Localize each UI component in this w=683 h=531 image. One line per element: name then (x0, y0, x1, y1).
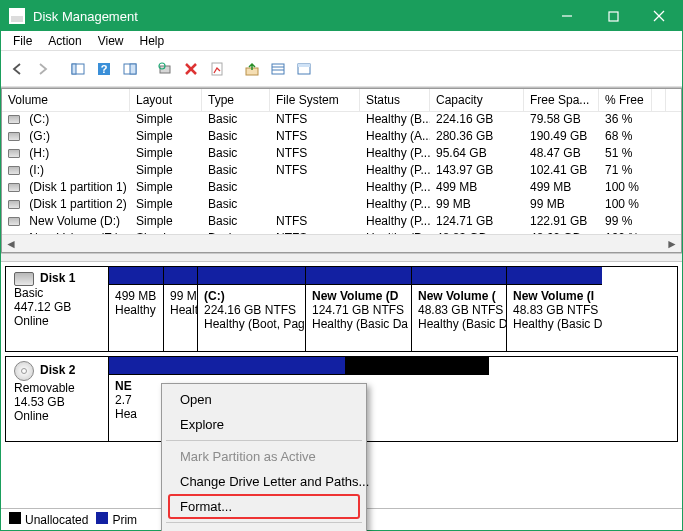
volume-icon (8, 132, 20, 141)
ctx-mark-active: Mark Partition as Active (162, 444, 366, 469)
partition-cap (507, 267, 602, 285)
settings-view-button[interactable] (118, 57, 142, 81)
disk1-partition[interactable]: New Volume (48.83 GB NTFSHealthy (Basic … (412, 267, 507, 351)
disk1-partition[interactable]: New Volume (D124.71 GB NTFSHealthy (Basi… (306, 267, 412, 351)
disk2-status: Online (14, 409, 100, 423)
volume-row[interactable]: (H:)SimpleBasicNTFSHealthy (P...95.64 GB… (2, 146, 681, 163)
partition-name: New Volume (I (513, 289, 596, 303)
volume-icon (8, 166, 20, 175)
disk-row-disk1: Disk 1 Basic 447.12 GB Online 499 MBHeal… (5, 266, 678, 352)
col-pctfree[interactable]: % Free (599, 89, 652, 111)
col-type[interactable]: Type (202, 89, 270, 111)
volume-icon (8, 217, 20, 226)
partition-detail: Healthy (115, 303, 157, 317)
titlebar[interactable]: Disk Management (1, 1, 682, 31)
partition-size: 48.83 GB NTFS (513, 303, 596, 317)
help-button[interactable]: ? (92, 57, 116, 81)
pane-splitter[interactable] (1, 253, 682, 262)
menu-view[interactable]: View (90, 34, 132, 48)
partition-cap (109, 267, 163, 285)
disk1-partitions: 499 MBHealthy99 MHealt(C:)224.16 GB NTFS… (109, 267, 677, 351)
show-hide-tree-button[interactable] (66, 57, 90, 81)
partition-detail: Healthy (Basic D (418, 317, 500, 331)
toolbar-separator (234, 58, 237, 80)
col-spacer (652, 89, 666, 111)
partition-size: 99 M (170, 289, 191, 303)
disk1-name: Disk 1 (40, 271, 75, 285)
minimize-button[interactable] (544, 1, 590, 31)
partition-size: 48.83 GB NTFS (418, 303, 500, 317)
menu-help[interactable]: Help (132, 34, 173, 48)
volume-row[interactable]: New Volume (D:)SimpleBasicNTFSHealthy (P… (2, 214, 681, 231)
maximize-button[interactable] (590, 1, 636, 31)
col-free[interactable]: Free Spa... (524, 89, 599, 111)
disk1-type: Basic (14, 286, 100, 300)
volume-row[interactable]: (I:)SimpleBasicNTFSHealthy (P...143.97 G… (2, 163, 681, 180)
partition-detail: Healthy (Boot, Pag (204, 317, 299, 331)
disk1-size: 447.12 GB (14, 300, 100, 314)
disk1-info[interactable]: Disk 1 Basic 447.12 GB Online (6, 267, 109, 351)
partition-size: 224.16 GB NTFS (204, 303, 299, 317)
ctx-change-letter[interactable]: Change Drive Letter and Paths... (162, 469, 366, 494)
ctx-format-highlight: Format... (168, 494, 360, 519)
partition-detail: Healthy (Basic Da (312, 317, 405, 331)
ctx-open[interactable]: Open (162, 387, 366, 412)
legend-unallocated: Unallocated (9, 512, 88, 527)
forward-button[interactable] (31, 57, 55, 81)
menu-action[interactable]: Action (40, 34, 89, 48)
svg-rect-20 (298, 64, 310, 67)
ctx-explore[interactable]: Explore (162, 412, 366, 437)
partition-detail: Hea (115, 407, 148, 421)
partition-size: 2.7 (115, 393, 148, 407)
delete-button[interactable] (179, 57, 203, 81)
horizontal-scrollbar[interactable]: ◄ ► (2, 234, 681, 252)
context-menu: Open Explore Mark Partition as Active Ch… (161, 383, 367, 531)
partition-body: NE 2.7 Hea (109, 375, 154, 441)
volume-icon (8, 183, 20, 192)
partition-body: New Volume (I48.83 GB NTFSHealthy (Basic… (507, 285, 602, 351)
col-layout[interactable]: Layout (130, 89, 202, 111)
disk1-partition[interactable]: 99 MHealt (164, 267, 198, 351)
volume-row[interactable]: (Disk 1 partition 1)SimpleBasicHealthy (… (2, 180, 681, 197)
close-button[interactable] (636, 1, 682, 31)
partition-body: New Volume (48.83 GB NTFSHealthy (Basic … (412, 285, 506, 351)
disk1-partition[interactable]: 499 MBHealthy (109, 267, 164, 351)
scroll-left-button[interactable]: ◄ (2, 235, 20, 253)
scroll-right-button[interactable]: ► (663, 235, 681, 253)
toolbar-separator (147, 58, 150, 80)
partition-detail: Healt (170, 303, 191, 317)
volume-row[interactable]: (Disk 1 partition 2)SimpleBasicHealthy (… (2, 197, 681, 214)
list-view-button[interactable] (266, 57, 290, 81)
volume-row[interactable]: (G:)SimpleBasicNTFSHealthy (A...280.36 G… (2, 129, 681, 146)
col-capacity[interactable]: Capacity (430, 89, 524, 111)
partition-cap (306, 267, 411, 285)
volume-list-body[interactable]: (C:)SimpleBasicNTFSHealthy (B...224.16 G… (2, 112, 681, 234)
legend-primary: Prim (96, 512, 137, 527)
toolbar-separator (60, 58, 63, 80)
col-filesystem[interactable]: File System (270, 89, 360, 111)
partition-body: (C:)224.16 GB NTFSHealthy (Boot, Pag (198, 285, 305, 351)
partition-body: 499 MBHealthy (109, 285, 163, 351)
col-status[interactable]: Status (360, 89, 430, 111)
disk2-type: Removable (14, 381, 100, 395)
upload-button[interactable] (240, 57, 264, 81)
disk1-partition[interactable]: (C:)224.16 GB NTFSHealthy (Boot, Pag (198, 267, 306, 351)
partition-name: NE (115, 379, 148, 393)
disk2-name: Disk 2 (40, 363, 75, 377)
disk2-info[interactable]: Disk 2 Removable 14.53 GB Online (6, 357, 109, 441)
app-icon (9, 8, 25, 24)
svg-rect-9 (130, 64, 136, 74)
graphical-view-button[interactable] (292, 57, 316, 81)
col-volume[interactable]: Volume (2, 89, 130, 111)
refresh-button[interactable] (153, 57, 177, 81)
ctx-format[interactable]: Format... (180, 499, 348, 514)
partition-name: New Volume ( (418, 289, 500, 303)
properties-button[interactable] (205, 57, 229, 81)
partition-body: 99 MHealt (164, 285, 197, 351)
menu-file[interactable]: File (5, 34, 40, 48)
partition-cap (164, 267, 197, 285)
back-button[interactable] (5, 57, 29, 81)
disk1-partition[interactable]: New Volume (I48.83 GB NTFSHealthy (Basic… (507, 267, 602, 351)
volume-row[interactable]: (C:)SimpleBasicNTFSHealthy (B...224.16 G… (2, 112, 681, 129)
volume-list-header[interactable]: Volume Layout Type File System Status Ca… (2, 89, 681, 112)
